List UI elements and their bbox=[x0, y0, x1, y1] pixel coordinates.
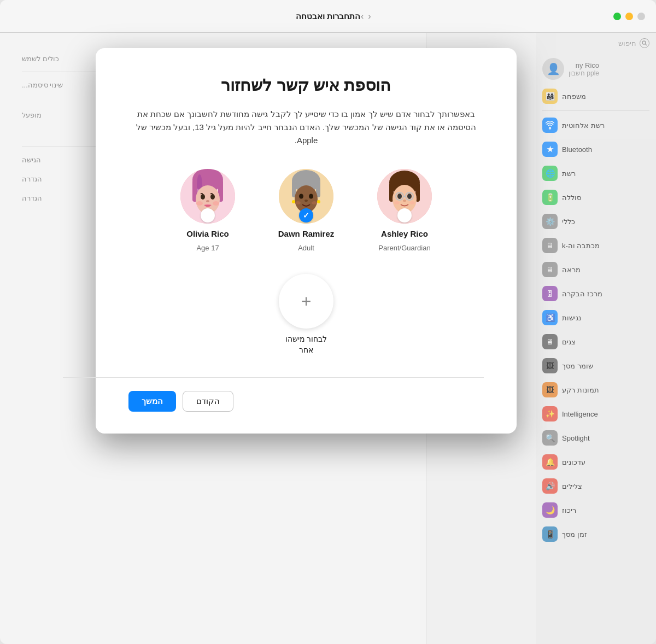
nav-back-icon[interactable]: ‹ bbox=[361, 11, 364, 21]
screensaver-icon: 🖼 bbox=[542, 358, 558, 373]
people-row: Ashley Rico Parent/Guardian bbox=[128, 169, 484, 252]
svg-point-37 bbox=[213, 201, 219, 206]
back-button[interactable]: הקודם bbox=[183, 391, 233, 412]
svg-point-22 bbox=[304, 200, 308, 202]
spotlight-icon: 🔍 bbox=[542, 430, 558, 446]
person-item-ashley[interactable]: Ashley Rico Parent/Guardian bbox=[369, 169, 440, 252]
sidebar-item-notifications[interactable]: עדכונים 🔔 bbox=[536, 450, 656, 474]
bluetooth-icon: ★ bbox=[542, 142, 558, 157]
sidebar-item-spotlight[interactable]: Spotlight 🔍 bbox=[536, 426, 656, 450]
title-bar: התחברות ואבטחה ‹ › bbox=[0, 0, 656, 33]
modal-title: הוספת איש קשר לשחזור bbox=[128, 75, 484, 95]
checkmark-icon: ✓ bbox=[303, 211, 309, 220]
accessibility-icon: ♿ bbox=[542, 310, 558, 325]
nav-arrows: ‹ › bbox=[361, 11, 371, 21]
left-panel-setting2: הגדרה bbox=[22, 194, 42, 202]
modal-description: באפשרותך לבחור אדם שיש לך אמון בו כדי שי… bbox=[128, 108, 484, 147]
sidebar-item-screensaver[interactable]: שומר מסך 🖼 bbox=[536, 354, 656, 378]
wifi-icon bbox=[542, 118, 558, 133]
sidebar-item-display[interactable]: מראה 🖥 bbox=[536, 257, 656, 282]
person-role-olivia: Age 17 bbox=[196, 244, 219, 252]
avatar-container-dawn: ✓ bbox=[279, 169, 333, 224]
add-another-row: + לבחור מישהואחר bbox=[128, 274, 484, 355]
sidebar-item-wallpaper[interactable]: תמונות רקע 🖼 bbox=[536, 378, 656, 402]
traffic-lights bbox=[613, 13, 645, 20]
left-panel-setting1: הגדרה bbox=[22, 175, 42, 183]
sidebar-item-family[interactable]: משפחה 👨‍👩‍👧 bbox=[536, 84, 656, 108]
sidebar-item-sounds[interactable]: צלילים 🔊 bbox=[536, 474, 656, 498]
left-panel-login: הגישה bbox=[22, 156, 41, 164]
sidebar-item-network[interactable]: רשת 🌐 bbox=[536, 161, 656, 185]
svg-point-14 bbox=[409, 201, 415, 204]
modal-dialog: הוספת איש קשר לשחזור באפשרותך לבחור אדם … bbox=[96, 48, 517, 434]
modal-separator bbox=[63, 377, 484, 378]
svg-point-25 bbox=[292, 200, 295, 203]
add-another-item[interactable]: + לבחור מישהואחר bbox=[271, 274, 342, 355]
network-icon: 🌐 bbox=[542, 166, 558, 181]
notifications-icon: 🔔 bbox=[542, 454, 558, 470]
svg-point-8 bbox=[407, 194, 412, 199]
sidebar-item-general[interactable]: כללי ⚙️ bbox=[536, 209, 656, 233]
svg-point-7 bbox=[397, 194, 402, 199]
svg-point-24 bbox=[312, 201, 317, 204]
svg-point-0 bbox=[642, 41, 646, 44]
svg-point-26 bbox=[317, 200, 320, 203]
desktop-icon: 🖥 bbox=[542, 238, 558, 253]
screen-icon: 🖥 bbox=[542, 334, 558, 349]
svg-point-21 bbox=[309, 194, 313, 199]
search-bar: חיפוש bbox=[536, 33, 656, 54]
nav-forward-icon[interactable]: › bbox=[368, 11, 371, 21]
svg-point-23 bbox=[295, 201, 301, 204]
traffic-light-yellow[interactable] bbox=[625, 13, 633, 20]
svg-point-33 bbox=[201, 194, 205, 200]
plus-icon: + bbox=[301, 292, 312, 310]
battery-icon: 🔋 bbox=[542, 190, 558, 205]
svg-point-36 bbox=[196, 201, 203, 206]
person-name-ashley: Ashley Rico bbox=[381, 229, 428, 238]
sidebar-item-wifi[interactable]: רשת אלחוטית bbox=[536, 113, 656, 137]
continue-button[interactable]: המשך bbox=[128, 391, 176, 412]
person-name-dawn: Dawn Ramirez bbox=[278, 229, 335, 238]
wallpaper-icon: 🖼 bbox=[542, 382, 558, 397]
traffic-light-green[interactable] bbox=[613, 13, 621, 20]
search-icon[interactable] bbox=[640, 38, 649, 48]
right-sidebar: חיפוש ny Rico pple חשבון 👤 משפחה 👨‍👩‍👧 bbox=[536, 33, 656, 644]
svg-point-20 bbox=[299, 194, 303, 199]
screentime-icon: 📱 bbox=[542, 526, 558, 542]
sidebar-item-accessibility[interactable]: נגישות ♿ bbox=[536, 306, 656, 330]
person-role-ashley: Parent/Guardian bbox=[378, 244, 430, 252]
avatar-container-ashley bbox=[377, 169, 432, 224]
modal-footer: המשך הקודם bbox=[128, 391, 484, 412]
selection-indicator-dawn: ✓ bbox=[299, 208, 313, 223]
svg-point-34 bbox=[210, 194, 215, 200]
add-another-label: לבחור מישהואחר bbox=[285, 334, 327, 355]
person-role-dawn: Adult bbox=[298, 244, 314, 252]
svg-line-1 bbox=[646, 44, 647, 46]
traffic-light-red[interactable] bbox=[637, 13, 645, 20]
sidebar-item-screens[interactable]: צגים 🖥 bbox=[536, 330, 656, 354]
display-icon: 🖥 bbox=[542, 262, 558, 277]
sidebar-item-bluetooth[interactable]: Bluetooth ★ bbox=[536, 137, 656, 161]
sidebar-item-control-center[interactable]: מרכז הבקרה 🎛 bbox=[536, 282, 656, 306]
sidebar-item-desktop[interactable]: מכתבה וה-k 🖥 bbox=[536, 233, 656, 257]
person-name-olivia: Olivia Rico bbox=[186, 229, 229, 238]
person-item-olivia[interactable]: Olivia Rico Age 17 bbox=[172, 169, 243, 252]
left-panel-enabled: מופעל bbox=[22, 111, 42, 119]
selection-indicator-ashley bbox=[397, 208, 412, 223]
sidebar-item-screentime[interactable]: זמן מסך 📱 bbox=[536, 522, 656, 546]
general-icon: ⚙️ bbox=[542, 214, 558, 229]
intelligence-icon: ✨ bbox=[542, 406, 558, 421]
add-person-button[interactable]: + bbox=[279, 274, 333, 329]
svg-point-35 bbox=[206, 200, 209, 202]
left-panel-users-label: כולים לשמש bbox=[22, 55, 59, 63]
sidebar-item-ashley[interactable]: ny Rico pple חשבון 👤 bbox=[536, 54, 656, 84]
left-panel-password: שינוי סיסמה... bbox=[22, 81, 63, 89]
search-label: חיפוש bbox=[618, 39, 636, 48]
sidebar-item-focus[interactable]: ריכוז 🌙 bbox=[536, 498, 656, 522]
svg-point-13 bbox=[394, 201, 400, 204]
sidebar-item-battery[interactable]: סוללה 🔋 bbox=[536, 185, 656, 209]
person-item-dawn[interactable]: ✓ Dawn Ramirez Adult bbox=[271, 169, 342, 252]
svg-point-12 bbox=[403, 200, 406, 202]
sidebar-item-intelligence[interactable]: Intelligence ✨ bbox=[536, 402, 656, 426]
sounds-icon: 🔊 bbox=[542, 478, 558, 494]
